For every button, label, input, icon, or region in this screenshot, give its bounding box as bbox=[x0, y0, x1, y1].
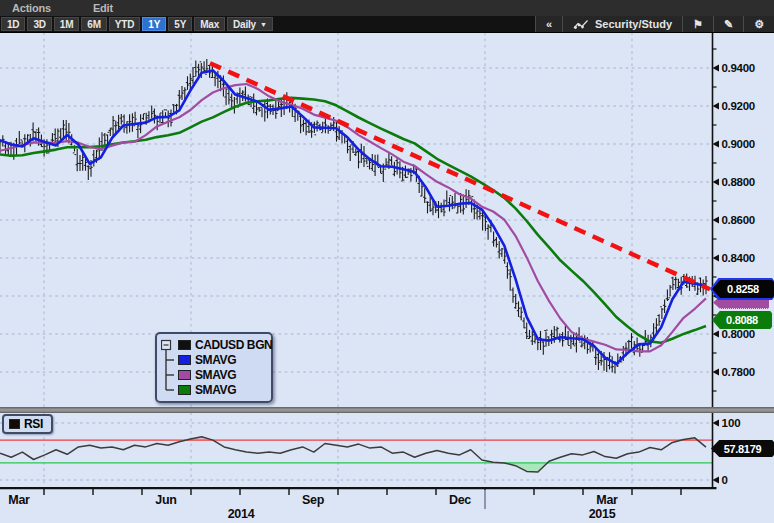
x-axis: MarJunSepDecMar20142015 bbox=[0, 488, 717, 521]
price-axis-label: 0.7800 bbox=[722, 366, 755, 378]
frequency-dropdown[interactable]: Daily▼ bbox=[227, 17, 273, 31]
x-axis-month-label: Mar bbox=[596, 493, 618, 507]
tab-3d[interactable]: 3D bbox=[27, 17, 51, 31]
price-gridlines bbox=[0, 33, 713, 407]
legend-item-cadusd[interactable]: CADUSD BGN bbox=[178, 337, 267, 352]
tab-ytd[interactable]: YTD bbox=[109, 17, 140, 31]
mini-chart-icon bbox=[573, 19, 589, 30]
legend-label: SMAVG bbox=[195, 383, 236, 397]
rsi-panel: 1000 RSI 57.8179 bbox=[0, 413, 774, 487]
chart-legend: CADUSD BGN SMAVG SMAVG SMAVG bbox=[155, 332, 273, 403]
x-axis-month-label: Jun bbox=[155, 493, 176, 507]
tab-max[interactable]: Max bbox=[194, 17, 225, 31]
price-axis: 0.94000.92000.90000.88000.86000.84000.80… bbox=[713, 33, 755, 407]
price-axis-label: 0.9400 bbox=[722, 62, 755, 74]
x-axis-year-label: 2015 bbox=[589, 507, 616, 521]
x-axis-month-label: Mar bbox=[8, 493, 30, 507]
tabbar: 1D3D1M6MYTD1Y5YMaxDaily▼ « Security/Stud… bbox=[0, 16, 774, 33]
range-tabs: 1D3D1M6MYTD1Y5YMaxDaily▼ bbox=[0, 16, 274, 32]
rsi-chart-canvas: 1000 bbox=[0, 413, 774, 487]
rsi-gridlines bbox=[0, 413, 713, 487]
rsi-label: RSI bbox=[24, 417, 43, 431]
menu-edit[interactable]: Edit bbox=[93, 2, 113, 14]
rsi-legend-chip[interactable]: RSI bbox=[2, 414, 53, 434]
security-study-label: Security/Study bbox=[595, 18, 672, 30]
tab-6m[interactable]: 6M bbox=[81, 17, 107, 31]
smavg-green-badge: 0.8088 bbox=[712, 311, 772, 329]
legend-label: SMAVG bbox=[195, 353, 236, 367]
smavg-purple-swatch bbox=[178, 370, 191, 380]
trendline-annotation[interactable] bbox=[210, 63, 710, 289]
tab-5y[interactable]: 5Y bbox=[168, 17, 192, 31]
smavg-green-swatch bbox=[178, 385, 191, 395]
menu-actions[interactable]: Actions bbox=[12, 2, 51, 14]
flag-icon[interactable]: ⚑ bbox=[682, 16, 713, 32]
legend-item-smavg-green[interactable]: SMAVG bbox=[178, 382, 267, 397]
last-price-badge: 0.8258 bbox=[712, 280, 774, 298]
legend-tree-icon bbox=[161, 337, 178, 399]
price-axis-label: 0.8600 bbox=[722, 214, 755, 226]
menubar: Actions Edit bbox=[0, 0, 774, 16]
bloomberg-chart-window: Actions Edit 1D3D1M6MYTD1Y5YMaxDaily▼ « … bbox=[0, 0, 774, 523]
collapse-panel-button[interactable]: « bbox=[535, 16, 562, 32]
legend-label: SMAVG bbox=[195, 368, 236, 382]
legend-label: CADUSD BGN bbox=[195, 338, 272, 352]
price-chart-canvas: 0.94000.92000.90000.88000.86000.84000.80… bbox=[0, 33, 774, 407]
smavg-blue-swatch bbox=[178, 355, 191, 365]
price-axis-label: 0.9200 bbox=[722, 100, 755, 112]
chart-controls: « Security/Study ⚑ ✎ ⚙ bbox=[535, 16, 774, 32]
legend-item-smavg-blue[interactable]: SMAVG bbox=[178, 352, 267, 367]
tab-1d[interactable]: 1D bbox=[1, 17, 25, 31]
x-axis-strip: MarJunSepDecMar20142015 bbox=[0, 487, 774, 523]
rsi-value-badge: 57.8179 bbox=[711, 440, 774, 457]
x-axis-month-label: Sep bbox=[302, 493, 325, 507]
legend-item-smavg-purple[interactable]: SMAVG bbox=[178, 367, 267, 382]
rsi-axis-label: 100 bbox=[722, 417, 741, 429]
price-axis-label: 0.8800 bbox=[722, 176, 755, 188]
tab-1m[interactable]: 1M bbox=[54, 17, 80, 31]
x-axis-month-label: Dec bbox=[449, 493, 471, 507]
tab-1y[interactable]: 1Y bbox=[142, 17, 166, 31]
price-axis-label: 0.8400 bbox=[722, 252, 755, 264]
security-study-button[interactable]: Security/Study bbox=[562, 16, 682, 32]
annotate-pencil-icon[interactable]: ✎ bbox=[713, 16, 743, 32]
smavg-purple-line bbox=[0, 84, 706, 351]
price-axis-label: 0.9000 bbox=[722, 138, 755, 150]
cadusd-swatch bbox=[178, 340, 191, 350]
x-axis-year-label: 2014 bbox=[228, 507, 255, 521]
rsi-swatch bbox=[9, 419, 20, 429]
x-axis-canvas: MarJunSepDecMar20142015 bbox=[0, 487, 774, 523]
price-chart-panel: 0.94000.92000.90000.88000.86000.84000.80… bbox=[0, 33, 774, 407]
rsi-axis-label: 0 bbox=[722, 474, 728, 486]
settings-gear-icon[interactable]: ⚙ bbox=[743, 16, 774, 32]
rsi-line bbox=[0, 437, 706, 472]
price-axis-label: 0.8000 bbox=[722, 328, 755, 340]
